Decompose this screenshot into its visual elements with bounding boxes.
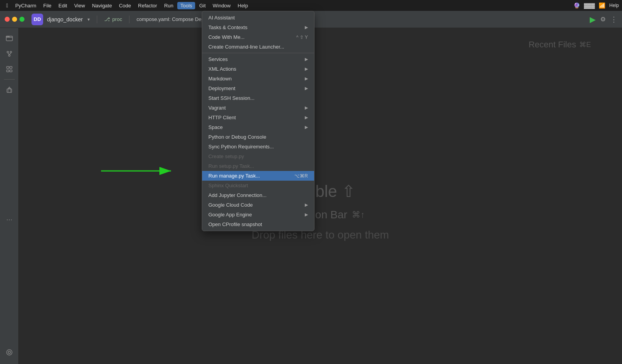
menu-item-http-client[interactable]: HTTP Client ▶ [202,113,314,122]
recent-files-area: Recent Files ⌘E [529,40,591,50]
traffic-lights [5,17,24,22]
svg-point-1 [7,51,9,53]
markdown-arrow: ▶ [305,76,308,81]
menu-item-sync-python-req[interactable]: Sync Python Requirements... [202,142,314,152]
titlebar-right: ▶ ⚙ ⋮ [590,15,617,24]
svg-rect-8 [7,70,9,72]
menubar-code[interactable]: Code [116,2,134,9]
menubar-file[interactable]: File [40,2,54,9]
menu-item-python-debug-console[interactable]: Python or Debug Console [202,132,314,142]
vagrant-arrow: ▶ [305,105,308,110]
svg-point-13 [7,350,12,355]
menu-item-create-setup-py: Create setup.py [202,152,314,161]
titlebar-separator-2 [129,16,129,23]
google-cloud-code-arrow: ▶ [305,202,308,207]
tasks-contexts-arrow: ▶ [305,25,308,30]
google-app-engine-arrow: ▶ [305,212,308,217]
tools-dropdown-menu: AI Assistant Tasks & Contexts ▶ Code Wit… [202,11,314,231]
minimize-button[interactable] [12,17,17,22]
titlebar-separator [97,16,97,23]
menu-item-vagrant[interactable]: Vagrant ▶ [202,103,314,113]
menubar-edit[interactable]: Edit [55,2,70,9]
menu-item-services[interactable]: Services ▶ [202,54,314,64]
svg-line-5 [9,53,11,55]
svg-rect-10 [7,89,12,92]
branch-icon: ⎇ [104,16,110,22]
run-button[interactable]: ▶ [590,15,596,24]
sidebar-icon-more[interactable]: ⋯ [2,212,16,226]
svg-point-2 [10,51,12,53]
svg-line-4 [8,53,9,55]
xml-actions-arrow: ▶ [305,66,308,71]
run-config-text: proc [112,16,122,22]
menubar:  PyCharm File Edit View Navigate Code R… [0,0,622,11]
menu-item-run-setup-py: Run setup.py Task... [202,161,314,171]
menubar-git[interactable]: Git [196,2,209,9]
sidebar-bottom [2,345,16,364]
services-arrow: ▶ [305,57,308,62]
sidebar-icon-folder[interactable] [2,31,16,45]
menu-item-markdown[interactable]: Markdown ▶ [202,74,314,84]
svg-point-3 [9,55,10,56]
sidebar-divider-1 [4,79,15,80]
menu-item-sphinx-quickstart: Sphinx Quickstart [202,181,314,190]
menubar-help[interactable]: Help [234,2,251,9]
navigation-bar-shortcut: ⌘↑ [352,210,365,220]
menu-item-deployment[interactable]: Deployment ▶ [202,84,314,93]
menu-item-start-ssh[interactable]: Start SSH Session... [202,93,314,103]
apple-menu[interactable]:  [3,2,11,9]
space-arrow: ▶ [305,125,308,130]
project-dropdown-icon[interactable]: ▾ [87,17,90,22]
code-with-me-shortcut: ^ ⇧ Y [296,35,308,40]
run-config[interactable]: ⎇ proc [104,16,122,22]
project-badge: DD [31,14,43,25]
deployment-arrow: ▶ [305,86,308,91]
menu-item-space[interactable]: Space ▶ [202,122,314,132]
project-name[interactable]: django_docker [47,16,83,23]
menubar-refactor[interactable]: Refactor [135,2,160,9]
sidebar-icon-plugins[interactable] [2,83,16,97]
sidebar-icon-git[interactable] [2,47,16,61]
menu-item-google-cloud-code[interactable]: Google Cloud Code ▶ [202,200,314,210]
menubar-tools[interactable]: Tools [177,2,195,9]
sidebar-icon-structure[interactable] [2,62,16,76]
battery-icon: ▓▓▓ [584,3,595,9]
menu-item-run-manage-py[interactable]: Run manage.py Task... ⌥⌘R [202,171,314,181]
menu-item-google-app-engine[interactable]: Google App Engine ▶ [202,210,314,219]
http-client-arrow: ▶ [305,115,308,120]
menu-item-ai-assistant[interactable]: AI Assistant [202,13,314,23]
run-manage-py-shortcut: ⌥⌘R [294,173,308,179]
menubar-run[interactable]: Run [161,2,176,9]
recent-files-shortcut: ⌘E [579,40,591,49]
wifi-icon[interactable]: 📶 [599,2,605,9]
menu-item-open-cprofile[interactable]: Open CProfile snapshot [202,219,314,229]
maximize-button[interactable] [19,17,24,22]
sidebar: ⋯ [0,28,19,364]
menu-item-add-jupyter[interactable]: Add Jupyter Connection... [202,190,314,200]
menu-item-xml-actions[interactable]: XML Actions ▶ [202,64,314,74]
svg-point-14 [8,351,10,354]
svg-rect-7 [10,66,12,68]
siri-icon[interactable]: 🔮 [573,2,580,9]
close-button[interactable] [5,17,10,22]
gear-button[interactable]: ⚙ [600,16,606,23]
clock: Help [609,3,619,8]
menu-item-create-cmd-launcher[interactable]: Create Command-line Launcher... [202,42,314,52]
more-button[interactable]: ⋮ [610,15,617,24]
menubar-navigate[interactable]: Navigate [89,2,115,9]
menu-item-tasks-contexts[interactable]: Tasks & Contexts ▶ [202,23,314,32]
menu-divider-1 [202,53,314,53]
sidebar-icon-terminal[interactable] [2,345,16,359]
menubar-view[interactable]: View [71,2,88,9]
menubar-pycharm[interactable]: PyCharm [12,2,39,9]
menubar-right: 🔮 ▓▓▓ 📶 Help [573,2,619,9]
svg-rect-6 [7,66,9,68]
menu-item-code-with-me[interactable]: Code With Me... ^ ⇧ Y [202,32,314,42]
recent-files-label: Recent Files [529,40,576,50]
main-content: Recent Files ⌘E Double ⇧ Navigation Bar … [19,28,622,364]
menubar-window[interactable]: Window [210,2,234,9]
svg-rect-9 [10,70,12,72]
